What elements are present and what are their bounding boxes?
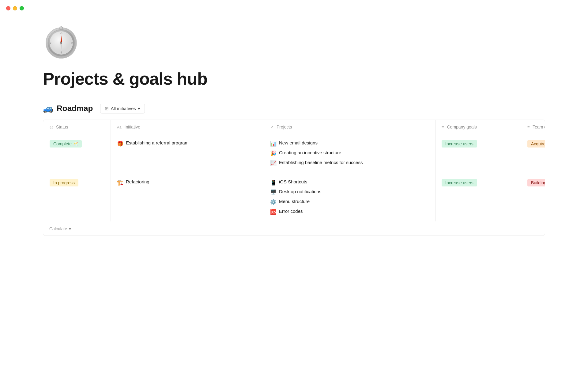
col-header-projects: ↗ Projects	[264, 120, 435, 134]
company-goals-col-icon: ≡	[442, 125, 444, 129]
cell-team-goals-1: Building syste	[521, 173, 545, 222]
project-emoji: 📱	[270, 179, 277, 186]
initiative-emoji: 🎁	[117, 140, 123, 147]
project-name: Establishing baseline metrics for succes…	[279, 160, 363, 165]
all-initiatives-button[interactable]: ⊞ All initiatives ▾	[100, 104, 145, 113]
project-emoji: 🎉	[270, 150, 277, 157]
project-name: Creating an incentive structure	[279, 150, 341, 155]
project-name: Desktop notifications	[279, 189, 321, 194]
initiative-text: Refactoring	[126, 179, 149, 184]
table-view-icon: ⊞	[105, 106, 109, 111]
table-row: In progress🏗️Refactoring📱iOS Shortcuts🖥️…	[43, 173, 545, 222]
maximize-button[interactable]	[20, 6, 24, 10]
cell-projects-1: 📱iOS Shortcuts🖥️Desktop notifications⚙️M…	[264, 173, 435, 222]
project-emoji: 🆘	[270, 209, 277, 215]
status-badge[interactable]: Complete 🥂	[50, 140, 82, 148]
team-goals-col-icon: ≡	[527, 125, 530, 129]
project-name: iOS Shortcuts	[279, 179, 307, 184]
col-team-goals-label: Team goals	[533, 125, 545, 129]
project-item[interactable]: 📱iOS Shortcuts	[270, 179, 429, 186]
company-goal-badge[interactable]: Increase users	[442, 140, 477, 148]
svg-text:6: 6	[61, 51, 62, 53]
project-item[interactable]: 🎉Creating an incentive structure	[270, 150, 429, 157]
cell-company-goals-1: Increase users	[435, 173, 521, 222]
roadmap-label: Roadmap	[57, 104, 93, 113]
table-header-row: ◎ Status Aa Initiative ↗ Projects ≡ Comp…	[43, 120, 545, 134]
cell-company-goals-0: Increase users	[435, 134, 521, 173]
project-item[interactable]: 🆘Error codes	[270, 209, 429, 215]
col-status-label: Status	[56, 125, 68, 129]
project-emoji: 📊	[270, 140, 277, 147]
col-header-team-goals: ≡ Team goals	[521, 120, 545, 134]
project-item[interactable]: 📊New email designs	[270, 140, 429, 147]
team-goal-badge[interactable]: Building syste	[527, 179, 545, 186]
all-initiatives-label: All initiatives	[111, 106, 136, 111]
project-emoji: 🖥️	[270, 189, 277, 196]
cell-team-goals-0: Acquire more	[521, 134, 545, 173]
team-goal-badge[interactable]: Acquire more	[527, 140, 545, 148]
initiative-emoji: 🏗️	[117, 179, 123, 186]
col-projects-label: Projects	[277, 125, 292, 129]
roadmap-table: ◎ Status Aa Initiative ↗ Projects ≡ Comp…	[43, 120, 545, 222]
project-name: Error codes	[279, 209, 303, 214]
project-emoji: 📈	[270, 160, 277, 167]
cell-projects-0: 📊New email designs🎉Creating an incentive…	[264, 134, 435, 173]
status-col-icon: ◎	[50, 125, 53, 129]
col-company-goals-label: Company goals	[447, 125, 477, 129]
table-row: Complete 🥂🎁Establishing a referral progr…	[43, 134, 545, 173]
col-header-company-goals: ≡ Company goals	[435, 120, 521, 134]
calculate-label: Calculate	[49, 226, 67, 231]
col-initiative-label: Initiative	[125, 125, 140, 129]
calculate-chevron-icon: ▾	[69, 226, 71, 231]
project-item[interactable]: 🖥️Desktop notifications	[270, 189, 429, 196]
projects-col-icon: ↗	[270, 125, 273, 129]
col-header-initiative: Aa Initiative	[111, 120, 264, 134]
cell-status-0: Complete 🥂	[43, 134, 111, 173]
minimize-button[interactable]	[13, 6, 17, 10]
cell-initiative-0: 🎁Establishing a referral program	[111, 134, 264, 173]
project-item[interactable]: 📈Establishing baseline metrics for succe…	[270, 160, 429, 167]
roadmap-table-container: ◎ Status Aa Initiative ↗ Projects ≡ Comp…	[43, 120, 545, 236]
compass-icon: 12 6 9 3	[43, 25, 80, 61]
svg-point-13	[60, 42, 62, 44]
roadmap-header: 🚙 Roadmap ⊞ All initiatives ▾	[43, 103, 545, 113]
initiative-text: Establishing a referral program	[126, 140, 189, 145]
close-button[interactable]	[6, 6, 10, 10]
roadmap-emoji: 🚙	[43, 103, 54, 113]
project-emoji: ⚙️	[270, 199, 277, 205]
chevron-down-icon: ▾	[138, 106, 140, 111]
col-header-status: ◎ Status	[43, 120, 111, 134]
traffic-lights	[6, 6, 24, 10]
roadmap-title: 🚙 Roadmap	[43, 103, 93, 113]
svg-text:3: 3	[71, 42, 73, 44]
svg-text:12: 12	[60, 33, 62, 35]
calculate-footer[interactable]: Calculate ▾	[43, 222, 545, 236]
project-name: Menu structure	[279, 199, 310, 204]
project-name: New email designs	[279, 140, 318, 145]
page-title: Projects & goals hub	[43, 69, 545, 89]
initiative-col-icon: Aa	[117, 125, 122, 129]
cell-initiative-1: 🏗️Refactoring	[111, 173, 264, 222]
status-badge[interactable]: In progress	[50, 179, 78, 186]
main-content: 12 6 9 3	[0, 0, 588, 254]
company-goal-badge[interactable]: Increase users	[442, 179, 477, 186]
cell-status-1: In progress	[43, 173, 111, 222]
svg-text:9: 9	[50, 42, 51, 44]
project-item[interactable]: ⚙️Menu structure	[270, 199, 429, 205]
